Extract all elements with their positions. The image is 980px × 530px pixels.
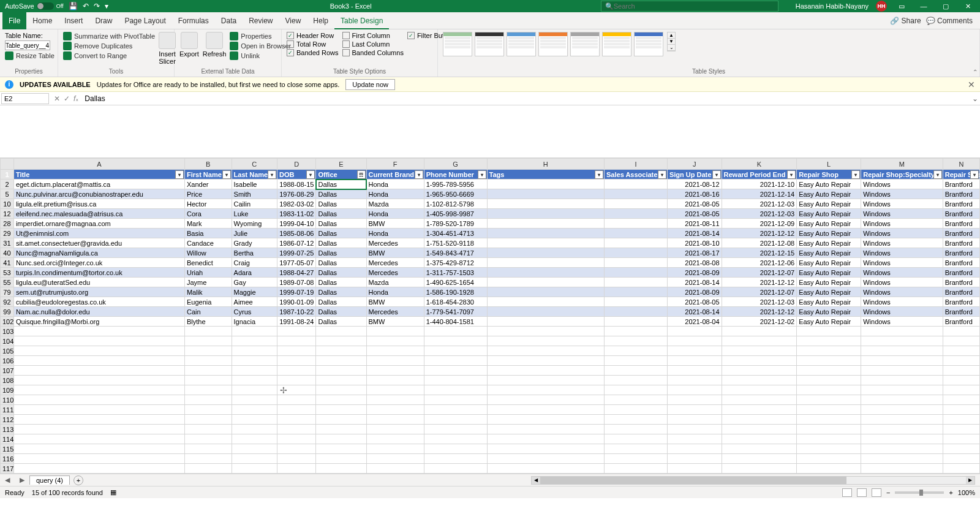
cell[interactable] [861,454,943,464]
cell[interactable] [232,327,277,336]
column-header[interactable]: N [943,159,979,170]
cell[interactable] [277,327,315,336]
cell[interactable] [605,444,668,454]
cell[interactable] [13,366,184,376]
cell[interactable]: Easy Auto Repair [797,180,861,189]
cell[interactable]: 2021-12-07 [722,287,797,297]
sheet-nav-next-icon[interactable]: ▶ [15,476,29,484]
cell[interactable] [277,454,315,464]
minimize-icon[interactable]: — [916,2,931,10]
cell[interactable]: 1999-07-25 [277,248,315,258]
cell[interactable]: 1983-11-02 [277,209,315,219]
cell[interactable] [232,464,277,474]
table-header-cell[interactable]: Phone Number▾ [424,170,487,180]
cell[interactable] [487,356,605,366]
row-header[interactable]: 12 [1,209,14,219]
cell[interactable]: 1-779-541-7097 [424,307,487,317]
cell[interactable] [487,385,605,395]
cell[interactable] [605,229,668,238]
cell[interactable] [667,336,722,346]
cell[interactable] [667,405,722,415]
cell[interactable]: 1987-10-22 [277,307,315,317]
gallery-more-icon[interactable]: ⌄ [668,45,675,51]
cancel-formula-icon[interactable]: ✕ [54,94,60,103]
cell[interactable] [316,444,366,454]
cell[interactable]: Easy Auto Repair [797,248,861,258]
column-header[interactable]: J [667,159,722,170]
dismiss-message-icon[interactable]: ✕ [968,80,975,89]
cell[interactable] [424,405,487,415]
cell[interactable] [232,434,277,444]
tab-view[interactable]: View [279,12,307,29]
cell[interactable] [487,258,605,268]
cell[interactable] [277,336,315,346]
cell[interactable] [316,376,366,385]
formula-input[interactable] [82,94,970,103]
cell[interactable] [13,425,184,434]
zoom-level[interactable]: 100% [958,489,975,496]
cell[interactable]: Xander [184,180,232,189]
cell[interactable] [605,395,668,405]
cell[interactable] [13,356,184,366]
cell[interactable] [184,376,232,385]
search-box[interactable]: 🔍 [601,1,778,12]
column-filter-button[interactable]: ▾ [851,170,860,179]
cell[interactable]: 2021-12-07 [722,268,797,278]
cell[interactable]: Adara [232,268,277,278]
column-header[interactable]: A [13,159,184,170]
cell[interactable]: Dallas [316,268,366,278]
cell[interactable] [316,336,366,346]
cell[interactable] [487,317,605,327]
row-header[interactable]: 5 [1,189,14,199]
cell[interactable]: Maggie [232,287,277,297]
cell[interactable] [277,346,315,356]
cell[interactable] [861,464,943,474]
row-header[interactable]: 112 [1,415,14,425]
cell[interactable]: 2021-08-14 [667,278,722,287]
cell[interactable]: Windows [861,268,943,278]
cell[interactable] [277,434,315,444]
cell[interactable]: 1-311-757-1503 [424,268,487,278]
cell[interactable]: Willow [184,248,232,258]
cell[interactable] [487,444,605,454]
maximize-icon[interactable]: ▢ [938,2,953,10]
cell[interactable]: Wyoming [232,219,277,229]
cell[interactable]: Honda [366,180,424,189]
cell[interactable] [487,248,605,258]
table-header-cell[interactable]: Title▾ [13,170,184,180]
row-header[interactable]: 115 [1,444,14,454]
table-header-cell[interactable]: Repair Shop▾ [943,170,979,180]
cell[interactable]: 1999-07-19 [277,287,315,297]
cell[interactable]: Dallas [316,180,366,189]
user-avatar[interactable]: HH [876,1,887,12]
cell[interactable]: Eugenia [184,297,232,307]
cell[interactable]: 2021-12-12 [722,307,797,317]
cell[interactable] [277,366,315,376]
column-header[interactable]: B [184,159,232,170]
cell[interactable]: imperdiet.ornare@magnaa.com [13,219,184,229]
refresh-button[interactable]: Refresh [203,32,227,58]
row-header[interactable]: 114 [1,434,14,444]
cell[interactable] [232,395,277,405]
cell[interactable] [13,415,184,425]
cell[interactable]: 2021-12-06 [722,258,797,268]
cell[interactable] [487,336,605,346]
scroll-right-icon[interactable]: ▶ [966,477,974,484]
cell[interactable]: 1986-07-12 [277,238,315,248]
cell[interactable] [861,395,943,405]
cell[interactable]: Windows [861,278,943,287]
cell[interactable]: Smith [232,189,277,199]
row-header[interactable]: 116 [1,454,14,464]
cell[interactable] [13,405,184,415]
cell[interactable]: sem.ut@rutrumjusto.org [13,287,184,297]
cell[interactable] [667,464,722,474]
ribbon-display-icon[interactable]: ▭ [894,2,909,10]
cell[interactable]: Easy Auto Repair [797,199,861,209]
cell[interactable] [797,405,861,415]
zoom-in-button[interactable]: + [949,489,952,496]
row-header[interactable]: 31 [1,238,14,248]
cell[interactable] [605,454,668,464]
cell[interactable] [232,356,277,366]
cell[interactable] [424,395,487,405]
cell[interactable]: 1-405-998-9987 [424,209,487,219]
